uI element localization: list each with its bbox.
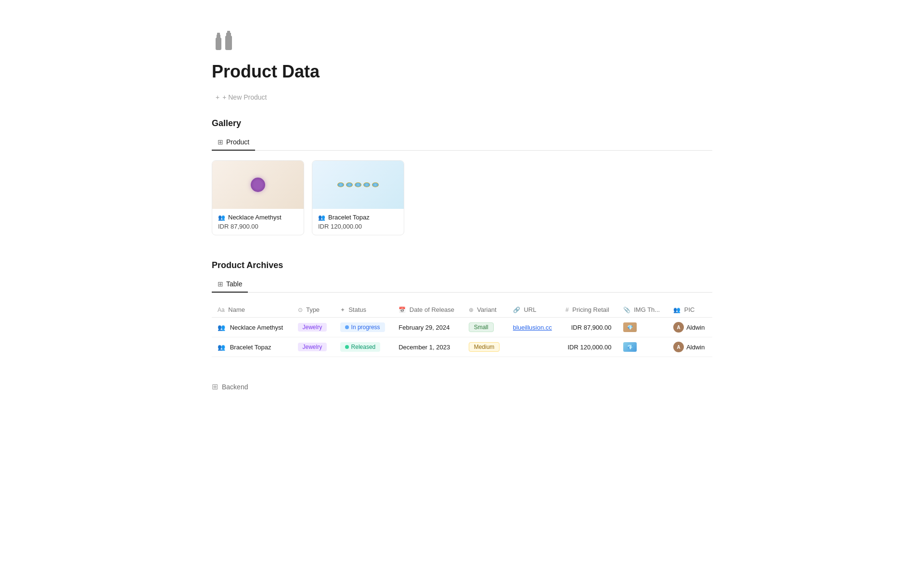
row2-pic-name: Aldwin bbox=[686, 344, 705, 351]
necklace-name: Necklace Amethyst bbox=[228, 214, 282, 221]
variant-icon: ⊕ bbox=[469, 307, 474, 313]
archives-table: Aa Name ⊙ Type ✦ Status 📅 Date of Releas… bbox=[212, 302, 712, 357]
row2-status: Released bbox=[334, 337, 393, 357]
row2-person-icon: 👥 bbox=[218, 344, 225, 351]
th-date-label: Date of Release bbox=[410, 306, 454, 313]
bottles-icon bbox=[212, 29, 237, 54]
page-title: Product Data bbox=[212, 62, 712, 82]
row1-pricing: IDR 87,900.00 bbox=[560, 318, 617, 337]
row1-avatar: A bbox=[673, 322, 684, 333]
backend-label: Backend bbox=[222, 383, 248, 391]
status-icon: ✦ bbox=[340, 307, 345, 313]
th-img: 📎 IMG Th... bbox=[617, 302, 668, 318]
row2-url bbox=[507, 337, 560, 357]
aa-icon: Aa bbox=[218, 307, 225, 313]
row1-type-tag: Jewelry bbox=[298, 323, 327, 332]
row1-type: Jewelry bbox=[292, 318, 334, 337]
gallery-title: Gallery bbox=[212, 118, 712, 128]
svg-rect-5 bbox=[227, 31, 230, 33]
archives-tab-bar: ⊞ Table bbox=[212, 276, 712, 293]
gem-1 bbox=[337, 182, 344, 187]
gallery-section: Gallery ⊞ Product 👥 Necklace Amethyst ID… bbox=[212, 118, 712, 235]
row1-url: blueillusion.cc bbox=[507, 318, 560, 337]
row1-pic-name: Aldwin bbox=[686, 324, 705, 331]
bracelet-name: Bracelet Topaz bbox=[328, 214, 370, 221]
archives-section: Product Archives ⊞ Table Aa Name ⊙ Type bbox=[212, 260, 712, 357]
person-icon-2: 👥 bbox=[318, 214, 325, 221]
svg-rect-2 bbox=[217, 33, 220, 35]
gem-2 bbox=[346, 182, 353, 187]
th-variant: ⊕ Variant bbox=[463, 302, 507, 318]
row1-date: February 29, 2024 bbox=[393, 318, 462, 337]
plus-icon: + bbox=[216, 93, 219, 101]
row1-img-thumb: 💎 bbox=[623, 322, 637, 332]
img-icon: 📎 bbox=[623, 307, 630, 313]
th-date: 📅 Date of Release bbox=[393, 302, 462, 318]
type-icon: ⊙ bbox=[298, 307, 303, 313]
gallery-grid: 👥 Necklace Amethyst IDR 87,900.00 bbox=[212, 160, 712, 235]
row2-variant: Medium bbox=[463, 337, 507, 357]
th-pic-label: PIC bbox=[684, 306, 695, 313]
necklace-image bbox=[212, 161, 304, 209]
row2-status-badge: Released bbox=[340, 342, 381, 352]
row2-name-text: Bracelet Topaz bbox=[230, 344, 271, 351]
row1-person-icon: 👥 bbox=[218, 324, 225, 331]
row2-date: December 1, 2023 bbox=[393, 337, 462, 357]
necklace-price: IDR 87,900.00 bbox=[218, 223, 298, 230]
th-pic: 👥 PIC bbox=[667, 302, 712, 318]
svg-rect-0 bbox=[216, 38, 221, 50]
svg-rect-1 bbox=[217, 35, 220, 38]
row2-status-dot bbox=[345, 345, 349, 349]
gallery-card-name-bracelet: 👥 Bracelet Topaz bbox=[318, 214, 398, 221]
row2-status-text: Released bbox=[351, 344, 376, 350]
new-product-button[interactable]: + + New Product bbox=[212, 91, 270, 103]
table-row[interactable]: 👥 Bracelet Topaz Jewelry Released Decemb… bbox=[212, 337, 712, 357]
row1-status: In progress bbox=[334, 318, 393, 337]
row2-variant-tag: Medium bbox=[469, 342, 500, 352]
grid-icon: ⊞ bbox=[218, 138, 223, 146]
row1-status-text: In progress bbox=[351, 324, 380, 331]
gallery-card-necklace[interactable]: 👥 Necklace Amethyst IDR 87,900.00 bbox=[212, 160, 304, 235]
th-type-label: Type bbox=[306, 306, 320, 313]
row1-variant-tag: Small bbox=[469, 322, 494, 332]
gallery-card-body-necklace: 👥 Necklace Amethyst IDR 87,900.00 bbox=[212, 209, 304, 235]
row1-name-text: Necklace Amethyst bbox=[230, 324, 283, 331]
gem-5 bbox=[372, 182, 379, 187]
pricing-icon: # bbox=[565, 307, 569, 313]
th-url-label: URL bbox=[524, 306, 536, 313]
backend-icon: ⊞ bbox=[212, 382, 218, 391]
row1-status-dot bbox=[345, 325, 349, 329]
th-pricing-label: Pricing Retail bbox=[572, 306, 609, 313]
row2-name: 👥 Bracelet Topaz bbox=[212, 337, 292, 357]
url-icon: 🔗 bbox=[513, 307, 520, 313]
table-grid-icon: ⊞ bbox=[218, 280, 223, 288]
svg-rect-3 bbox=[225, 36, 232, 50]
tab-table[interactable]: ⊞ Table bbox=[212, 276, 248, 293]
row2-img: 💎 bbox=[617, 337, 668, 357]
table-row[interactable]: 👥 Necklace Amethyst Jewelry In progress … bbox=[212, 318, 712, 337]
page-container: Product Data + + New Product Gallery ⊞ P… bbox=[173, 0, 751, 420]
row1-variant: Small bbox=[463, 318, 507, 337]
th-status-label: Status bbox=[348, 306, 366, 313]
row1-img: 💎 bbox=[617, 318, 668, 337]
tab-product-label: Product bbox=[226, 138, 249, 146]
th-img-label: IMG Th... bbox=[634, 306, 660, 313]
person-icon: 👥 bbox=[218, 214, 225, 221]
tab-product[interactable]: ⊞ Product bbox=[212, 134, 255, 151]
row2-type-tag: Jewelry bbox=[298, 343, 327, 351]
th-status: ✦ Status bbox=[334, 302, 393, 318]
row1-url-text: blueillusion.cc bbox=[513, 324, 552, 331]
row2-img-thumb: 💎 bbox=[623, 342, 637, 352]
th-name: Aa Name bbox=[212, 302, 292, 318]
th-type: ⊙ Type bbox=[292, 302, 334, 318]
th-pricing: # Pricing Retail bbox=[560, 302, 617, 318]
row1-pic: A Aldwin bbox=[667, 318, 712, 337]
backend-section[interactable]: ⊞ Backend bbox=[212, 382, 712, 391]
row2-type: Jewelry bbox=[292, 337, 334, 357]
gem-3 bbox=[355, 182, 361, 187]
pic-icon: 👥 bbox=[673, 307, 680, 313]
date-icon: 📅 bbox=[398, 307, 406, 313]
archives-title: Product Archives bbox=[212, 260, 712, 270]
gallery-card-bracelet[interactable]: 👥 Bracelet Topaz IDR 120,000.00 bbox=[312, 160, 404, 235]
th-variant-label: Variant bbox=[477, 306, 496, 313]
